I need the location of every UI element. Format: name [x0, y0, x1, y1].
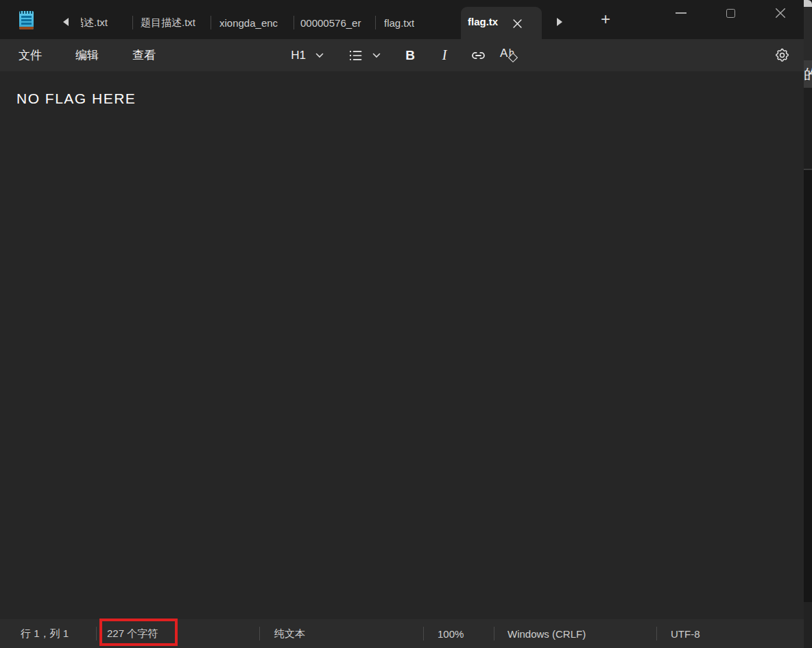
tab-divider	[132, 16, 133, 29]
background-window-clipped-text: 的	[804, 60, 812, 88]
tab-divider	[375, 16, 376, 29]
status-divider	[259, 627, 260, 640]
tab-xiongda-enc[interactable]: xiongda_enc	[219, 12, 291, 34]
tab-scroll-right-icon[interactable]	[557, 18, 562, 26]
minimize-icon	[676, 12, 686, 14]
background-window-sliver: 的	[804, 0, 812, 648]
notepad-app-icon	[19, 11, 34, 29]
menu-file[interactable]: 文件	[19, 39, 42, 71]
bold-button[interactable]: B	[398, 39, 422, 71]
close-icon	[513, 19, 522, 28]
settings-button[interactable]	[769, 39, 794, 71]
tab-label: 00000576_er	[300, 17, 361, 29]
heading-label: H1	[291, 49, 306, 62]
clear-formatting-button[interactable]: A b	[497, 39, 524, 71]
bulleted-list-icon	[347, 47, 365, 64]
background-window-segment	[804, 88, 812, 170]
status-divider	[494, 627, 494, 640]
chevron-down-icon	[372, 53, 381, 58]
tab-scroll-left-icon[interactable]	[63, 18, 69, 26]
status-divider	[423, 627, 424, 640]
list-button[interactable]	[343, 39, 369, 71]
bold-label: B	[405, 48, 415, 63]
menu-label: 编辑	[75, 47, 99, 63]
notepad-icon-base	[19, 27, 34, 29]
minimize-button[interactable]	[669, 5, 693, 21]
editor-area[interactable]: NO FLAG HERE	[0, 71, 804, 619]
notepad-icon-line	[21, 19, 32, 21]
status-divider	[96, 627, 97, 640]
link-button[interactable]	[465, 39, 491, 71]
tab-divider	[294, 16, 294, 29]
clipped-character: 的	[804, 67, 812, 82]
tab-close-button[interactable]	[509, 15, 525, 32]
tab-timu-miaoshu[interactable]: 题目描述.txt	[141, 12, 195, 34]
tab-label: xiongda_enc	[219, 17, 278, 29]
tab-flag-txt-active[interactable]: flag.tx	[461, 7, 542, 39]
tab-label: 题目描述.txt	[141, 16, 195, 29]
list-dropdown-button[interactable]	[369, 39, 384, 71]
maximize-icon	[726, 9, 735, 18]
status-zoom-level: 100%	[438, 619, 464, 648]
background-window-segment	[804, 7, 812, 60]
italic-label: I	[442, 47, 447, 63]
status-char-count: 227 个字符	[107, 619, 158, 648]
titlebar: 描述.txt 题目描述.txt xiongda_enc 00000576_er …	[0, 0, 804, 39]
chevron-down-icon	[315, 53, 324, 58]
status-cursor-position: 行 1，列 1	[21, 619, 69, 648]
toolbar: 文件 编辑 查看 H1 B I	[0, 39, 804, 71]
close-window-button[interactable]	[768, 5, 793, 21]
gear-icon	[774, 47, 790, 63]
background-window-segment	[804, 602, 812, 648]
status-encoding: UTF-8	[671, 619, 700, 648]
notepad-window: 描述.txt 题目描述.txt xiongda_enc 00000576_er …	[0, 0, 804, 648]
menu-view[interactable]: 查看	[132, 39, 156, 71]
background-window-segment	[804, 171, 812, 602]
heading-style-button[interactable]: H1	[285, 39, 312, 71]
close-icon	[775, 8, 786, 19]
tab-flag-txt[interactable]: flag.txt	[384, 12, 414, 34]
menu-edit[interactable]: 编辑	[75, 39, 99, 71]
tab-miaoshu[interactable]: 描述.txt	[81, 12, 123, 34]
status-line-ending: Windows (CRLF)	[508, 619, 586, 648]
background-window-corner	[804, 0, 812, 7]
italic-button[interactable]: I	[432, 39, 457, 71]
plus-icon: +	[601, 10, 610, 29]
link-icon	[469, 47, 488, 64]
notepad-icon-line	[21, 16, 32, 18]
menu-label: 文件	[19, 47, 42, 63]
maximize-button[interactable]	[719, 5, 742, 21]
statusbar: 行 1，列 1 227 个字符 纯文本 100% Windows (CRLF) …	[0, 619, 804, 648]
tab-00000576[interactable]: 00000576_er	[300, 12, 372, 34]
heading-dropdown-button[interactable]	[312, 39, 327, 71]
editor-text: NO FLAG HERE	[16, 91, 136, 107]
notepad-icon-spiral	[20, 11, 33, 14]
clear-format-letter-a: A	[500, 47, 508, 60]
tab-label: flag.tx	[468, 16, 505, 31]
clear-formatting-icon: A b	[500, 47, 521, 64]
new-tab-button[interactable]: +	[595, 8, 616, 30]
menu-label: 查看	[132, 47, 156, 63]
notepad-icon-line	[21, 23, 32, 25]
status-divider	[656, 627, 657, 640]
tab-label: 描述.txt	[81, 16, 108, 29]
status-doc-type: 纯文本	[274, 619, 305, 648]
tab-divider	[211, 16, 211, 29]
tab-label: flag.txt	[384, 17, 414, 29]
